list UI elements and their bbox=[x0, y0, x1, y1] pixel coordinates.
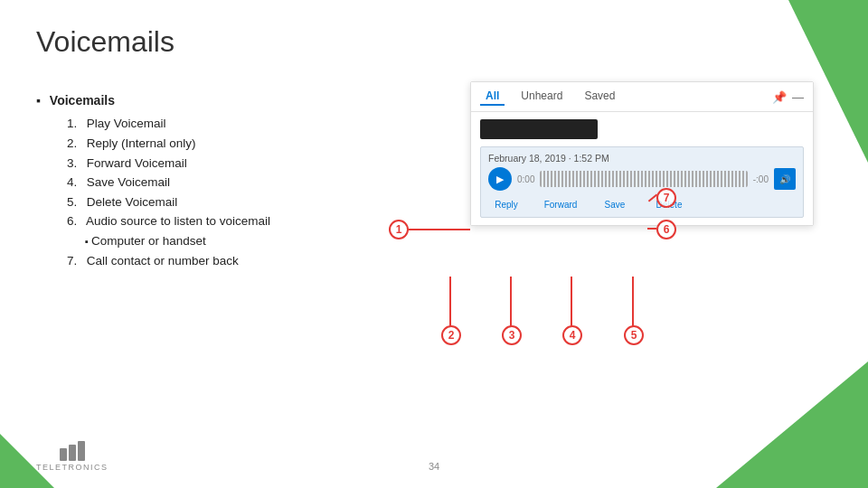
logo-bar-1 bbox=[60, 448, 67, 461]
content-left: ▪ Voicemails 1. Play Voicemail 2. Reply … bbox=[36, 90, 270, 270]
action-reply[interactable]: Reply bbox=[488, 200, 524, 210]
pin-icon: 📌 bbox=[772, 90, 787, 104]
action-forward[interactable]: Forward bbox=[542, 200, 579, 210]
annotation-5: 5 bbox=[624, 325, 644, 345]
decorative-bottom-right bbox=[615, 307, 868, 488]
vm-end-time: -:00 bbox=[753, 174, 769, 184]
waveform bbox=[540, 171, 747, 187]
contact-name-bar bbox=[480, 119, 598, 139]
logo-area: TELETRONICS bbox=[36, 441, 108, 472]
voicemail-panel: All Unheard Saved 📌 — February 18, 2019 … bbox=[470, 81, 814, 226]
voicemail-item: February 18, 2019 · 1:52 PM ▶ 0:00 -:00 … bbox=[480, 146, 804, 218]
bullet-header: ▪ Voicemails bbox=[36, 90, 270, 110]
vm-speaker-icon[interactable]: 🔊 bbox=[774, 168, 796, 190]
arrow-5 bbox=[632, 277, 634, 326]
tab-unheard[interactable]: Unheard bbox=[515, 88, 568, 106]
panel-tabs[interactable]: All Unheard Saved bbox=[480, 88, 620, 106]
logo-icon bbox=[60, 441, 85, 461]
step-3: 3. Forward Voicemail bbox=[67, 154, 270, 174]
annotation-4: 4 bbox=[562, 325, 582, 345]
logo-bar-3 bbox=[78, 441, 85, 461]
annotation-2: 2 bbox=[441, 325, 461, 345]
vm-actions: Reply Forward Save Delete bbox=[488, 196, 796, 211]
vm-start-time: 0:00 bbox=[517, 174, 534, 184]
vm-player: ▶ 0:00 -:00 🔊 bbox=[488, 167, 796, 191]
play-button[interactable]: ▶ bbox=[488, 167, 512, 191]
annotation-3: 3 bbox=[502, 325, 522, 345]
tab-all[interactable]: All bbox=[480, 88, 505, 106]
annotation-7: 7 bbox=[656, 188, 676, 208]
arrow-4 bbox=[571, 277, 572, 326]
logo-text: TELETRONICS bbox=[36, 463, 108, 472]
step-1: 1. Play Voicemail bbox=[67, 114, 270, 134]
step-2: 2. Reply (Internal only) bbox=[67, 134, 270, 154]
voicemail-steps: 1. Play Voicemail 2. Reply (Internal onl… bbox=[52, 114, 270, 270]
arrow-3 bbox=[510, 277, 512, 326]
arrow-6 bbox=[647, 228, 656, 230]
panel-icons: 📌 — bbox=[772, 90, 804, 104]
page-title: Voicemails bbox=[36, 25, 175, 59]
arrow-2 bbox=[449, 277, 451, 326]
step-6: 6. Audio source to listen to voicemail bbox=[67, 211, 270, 231]
arrow-1 bbox=[409, 229, 470, 230]
sub-bullet-list: Computer or handset bbox=[85, 231, 270, 251]
minimize-icon[interactable]: — bbox=[792, 90, 804, 104]
step-5: 5. Delete Voicemail bbox=[67, 192, 270, 212]
annotation-1: 1 bbox=[389, 220, 409, 239]
step-7: 7. Call contact or number back bbox=[67, 251, 270, 271]
sub-item-computer: Computer or handset bbox=[85, 231, 270, 251]
panel-toolbar: All Unheard Saved 📌 — bbox=[471, 82, 813, 112]
annotation-6: 6 bbox=[656, 220, 676, 239]
page-number: 34 bbox=[429, 461, 439, 472]
tab-saved[interactable]: Saved bbox=[579, 88, 620, 106]
step-4: 4. Save Voicemail bbox=[67, 173, 270, 192]
action-save[interactable]: Save bbox=[597, 200, 633, 210]
panel-body: February 18, 2019 · 1:52 PM ▶ 0:00 -:00 … bbox=[471, 112, 813, 225]
vm-date: February 18, 2019 · 1:52 PM bbox=[488, 153, 796, 164]
bullet-symbol: ▪ bbox=[36, 90, 41, 110]
logo-bar-2 bbox=[69, 445, 76, 461]
